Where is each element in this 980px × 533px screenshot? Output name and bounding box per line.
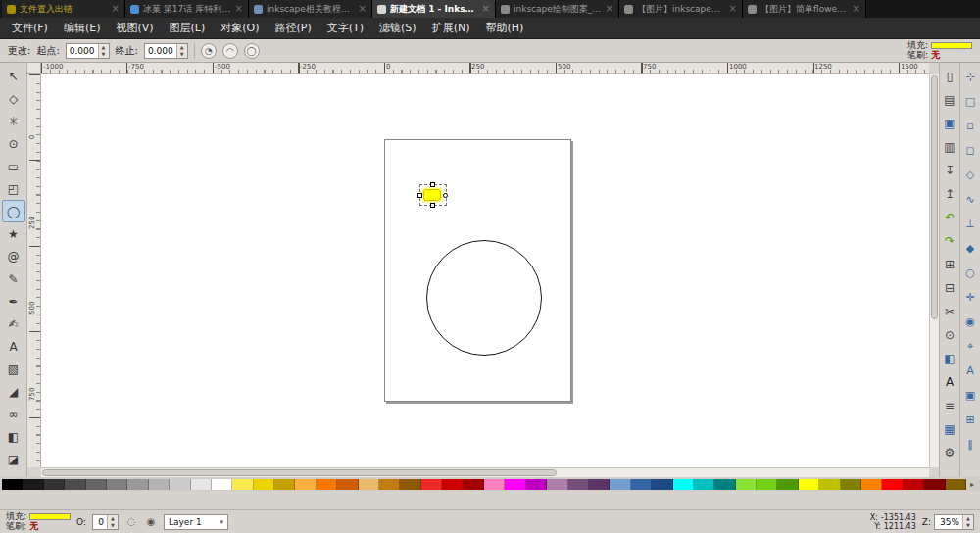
palette-swatch[interactable] [946,479,966,490]
preferences-icon[interactable]: ⚙ [941,441,959,464]
palette-swatch[interactable] [904,479,924,490]
spin-up-icon[interactable]: ▲ [108,515,118,522]
palette-swatch[interactable] [295,479,316,490]
spin-down-icon[interactable]: ▼ [177,51,187,58]
opacity-spinner[interactable]: 0 ▲ ▼ [92,514,119,530]
palette-scroll-button[interactable]: ▸ [966,478,978,490]
vscroll-thumb[interactable] [931,75,938,319]
palette-swatch[interactable] [841,479,861,490]
snap-nodes-icon[interactable]: ◇ [961,163,980,187]
spin-up-icon[interactable]: ▲ [99,44,109,51]
import-icon[interactable]: ↧ [941,159,959,182]
palette-swatch[interactable] [526,479,547,490]
menu-item[interactable]: 编辑(E) [56,18,109,39]
tab-close-icon[interactable]: × [853,4,860,14]
horizontal-ruler[interactable]: -1000 -750 -500 -250 0 250 500 750 1000 … [41,63,929,74]
spin-down-icon[interactable]: ▼ [99,51,109,58]
palette-swatch[interactable] [65,479,85,490]
vertical-ruler[interactable]: 0 250 500 750 [27,74,41,467]
palette-swatch[interactable] [274,479,295,490]
palette-swatch[interactable] [337,479,358,490]
menu-item[interactable]: 帮助(H) [477,18,531,39]
spin-down-icon[interactable]: ▼ [108,522,118,529]
text-dialog-icon[interactable]: A [941,370,959,394]
palette-swatch[interactable] [232,479,253,490]
snap-text-baseline-icon[interactable]: A [961,359,980,383]
palette-swatch[interactable] [149,479,170,490]
palette-swatch[interactable] [86,479,107,490]
layer-selector[interactable]: Layer 1 ▾ [164,514,228,530]
palette-swatch[interactable] [442,479,463,490]
menu-item[interactable]: 路径(P) [268,18,319,39]
snap-paths-icon[interactable]: ∿ [961,187,980,212]
palette-swatch[interactable] [924,479,945,490]
tool-gradient-icon[interactable]: ▧ [2,358,25,380]
palette-swatch[interactable] [127,479,148,490]
snap-enable-icon[interactable]: ⊹ [961,65,980,89]
arc-end-spinner[interactable]: 0.000 ▲ ▼ [144,43,188,59]
palette-swatch[interactable] [652,479,672,490]
palette-swatch[interactable] [547,479,567,490]
palette-swatch[interactable] [359,479,379,490]
palette-swatch[interactable] [484,479,505,490]
palette-swatch[interactable] [505,479,525,490]
palette-swatch[interactable] [694,479,714,490]
slice-toggle-icon[interactable]: ◔ [201,43,217,59]
fill-stroke-dialog-icon[interactable]: ◧ [941,347,959,370]
save-document-icon[interactable]: ▣ [941,112,959,135]
tool-tweak-icon[interactable]: ✳ [2,110,25,132]
palette-swatch[interactable] [736,479,757,490]
window-tab[interactable]: 文件置入出错 × [2,0,125,18]
tool-ellipse-icon[interactable]: ◯ [2,200,25,222]
make-whole-icon[interactable]: ◯ [244,43,260,59]
arc-handle[interactable] [443,193,448,198]
tab-close-icon[interactable]: × [359,4,367,14]
tool-calligraphy-icon[interactable]: ✍ [2,313,25,335]
palette-swatch[interactable] [44,479,65,490]
tool-spiral-icon[interactable]: @ [2,245,25,267]
palette-swatch[interactable] [464,479,484,490]
tool-paintbucket-icon[interactable]: ◧ [2,425,25,448]
align-dialog-icon[interactable]: ▦ [941,417,959,441]
snap-midpoints-icon[interactable]: ✛ [961,285,980,310]
palette-swatch[interactable] [819,479,840,490]
tool-3dbox-icon[interactable]: ◰ [2,177,25,200]
window-tab[interactable]: inkscape相关教程汇总… × [249,0,372,18]
snap-bbox-corners-icon[interactable]: ◻ [961,138,980,163]
tool-node-editor-icon[interactable]: ◇ [2,87,25,110]
resize-handle-left[interactable] [417,193,422,198]
palette-swatch[interactable] [799,479,819,490]
fill-color-swatch[interactable] [931,42,972,49]
spinner-arrows[interactable]: ▲ ▼ [176,44,187,58]
menu-item[interactable]: 图层(L) [162,18,214,39]
open-document-icon[interactable]: ▤ [941,88,959,112]
tool-star-icon[interactable]: ★ [2,222,25,245]
palette-swatch[interactable] [610,479,630,490]
menu-item[interactable]: 对象(O) [213,18,267,39]
snap-bbox-icon[interactable]: □ [961,89,980,114]
spin-down-icon[interactable]: ▼ [963,522,973,529]
window-tab[interactable]: 【图片】inkscape实例bolg… × [619,0,743,18]
palette-swatch[interactable] [254,479,274,490]
palette-swatch[interactable] [379,479,400,490]
canvas[interactable] [41,74,929,467]
window-tab[interactable]: 冰菓 第17话 库特利亚芙卡… × [125,0,249,18]
menu-item[interactable]: 滤镜(S) [371,18,424,39]
tool-connector-icon[interactable]: ∞ [2,403,25,425]
window-tab[interactable]: inkscape绘制图案_inksc… × [496,0,619,18]
palette-swatch[interactable] [568,479,589,490]
palette-swatch[interactable] [317,479,337,490]
resize-handle-top[interactable] [430,182,435,187]
fill-color-swatch[interactable] [29,513,71,520]
palette-swatch[interactable] [2,479,23,490]
tab-close-icon[interactable]: × [606,4,613,14]
palette-swatch[interactable] [400,479,420,490]
tab-close-icon[interactable]: × [112,4,120,14]
palette-swatch[interactable] [673,479,694,490]
tool-text-icon[interactable]: A [2,335,25,358]
arc-toggle-icon[interactable]: ◠ [222,43,238,59]
tab-close-icon[interactable]: × [235,4,243,14]
spin-up-icon[interactable]: ▲ [177,44,187,51]
tool-zoom-icon[interactable]: ⊙ [2,132,25,155]
snap-grid-icon[interactable]: ⊞ [961,408,980,432]
